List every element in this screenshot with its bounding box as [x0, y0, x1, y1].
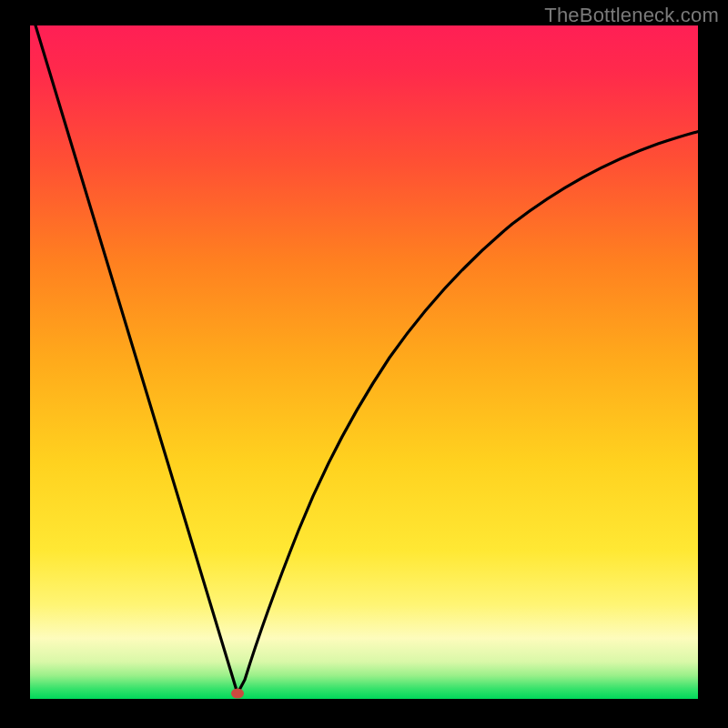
watermark-text: TheBottleneck.com [544, 4, 719, 27]
minimum-marker [231, 689, 244, 699]
plot-area [30, 25, 698, 699]
bottleneck-curve [30, 25, 698, 699]
chart-frame: TheBottleneck.com [0, 0, 728, 728]
curve-path [33, 25, 698, 693]
